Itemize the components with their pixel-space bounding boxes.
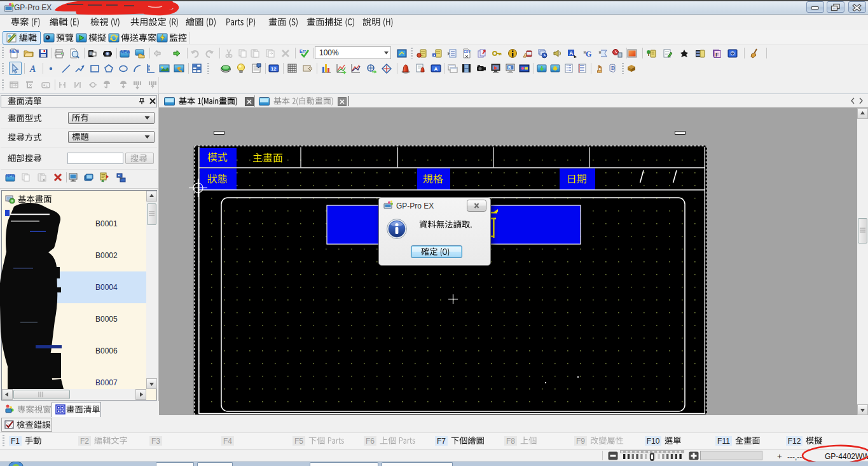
svg-text:CSV: CSV <box>464 50 471 53</box>
svg-text:A: A <box>29 64 36 74</box>
svg-text:F: F <box>715 51 719 58</box>
svg-text:Err: Err <box>300 49 306 53</box>
svg-text:12: 12 <box>271 66 276 72</box>
svg-text:G: G <box>586 50 591 58</box>
svg-text:NEW: NEW <box>6 174 16 178</box>
svg-text:B: B <box>508 65 511 70</box>
svg-text:NEW: NEW <box>10 49 19 53</box>
svg-text:NEW: NEW <box>121 50 130 54</box>
svg-text:D: D <box>611 65 615 71</box>
svg-text:A: A <box>434 66 438 72</box>
svg-text:L: L <box>46 84 48 88</box>
svg-text:A: A <box>569 50 574 57</box>
